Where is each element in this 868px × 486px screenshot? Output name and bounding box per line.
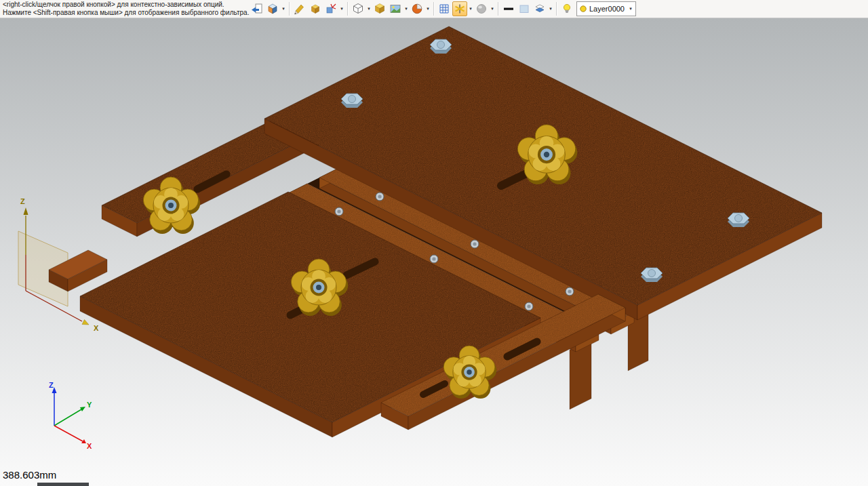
rail-screw[interactable]: [376, 193, 384, 201]
shaded-cube-small-button[interactable]: [308, 1, 323, 16]
layer-selector[interactable]: Layer0000 ▾: [576, 1, 636, 16]
wireframe-cube-icon: [352, 3, 364, 15]
pencil-icon: [294, 3, 306, 15]
toolbar-separator: [347, 2, 348, 16]
triad-x-label: X: [87, 442, 92, 450]
rail-screw[interactable]: [335, 207, 343, 216]
gray-sphere-icon: [475, 3, 488, 15]
line-thickness-icon: [502, 3, 515, 15]
render-sphere-dropdown-caret[interactable]: ▾: [490, 1, 495, 16]
sketch-z-label: Z: [20, 197, 25, 205]
rail-screw[interactable]: [471, 240, 479, 248]
triad-z-label: Z: [49, 381, 54, 389]
bottom-scrollbar-fragment[interactable]: [37, 483, 89, 486]
status-hints: <right-click/щелчок правой кнопкой> для …: [3, 1, 249, 17]
toolbar-strip: <right-click/щелчок правой кнопкой> для …: [0, 0, 868, 18]
hint-line-1: <right-click/щелчок правой кнопкой> для …: [3, 1, 249, 9]
view-toolbar: ▾ ▾: [250, 1, 636, 17]
triad-y-label: Y: [87, 401, 92, 409]
grid-icon: [438, 3, 450, 15]
toolbar-separator: [556, 2, 557, 16]
triad-x-axis: [54, 426, 83, 441]
layers-button[interactable]: [532, 1, 547, 16]
model-assembly[interactable]: [49, 26, 822, 437]
view-triad: Z Y X: [49, 381, 92, 450]
light-bulb-icon: [561, 3, 573, 15]
layers-dropdown-caret[interactable]: ▾: [548, 1, 553, 16]
display-style-dropdown-caret[interactable]: ▾: [366, 1, 372, 16]
sketch-pencil-button[interactable]: [292, 1, 307, 16]
layer-name: Layer0000: [589, 5, 626, 13]
shaded-cube-icon: [374, 3, 386, 15]
line-thickness-button[interactable]: [501, 1, 516, 16]
section-view-button[interactable]: [410, 1, 425, 16]
exit-drawing-button[interactable]: [250, 1, 264, 16]
scene-image-icon: [389, 3, 401, 15]
reference-axes-box-button[interactable]: [323, 1, 338, 16]
cad-application-window: <right-click/щелчок правой кнопкой> для …: [0, 0, 868, 486]
triad-y-axis: [54, 409, 81, 426]
layer-color-icon: [579, 5, 587, 13]
sketch-x-label: X: [94, 324, 99, 332]
grid-display-button[interactable]: [437, 1, 452, 16]
transparent-box-icon: [518, 3, 530, 15]
toolbar-separator: [433, 2, 434, 16]
layers-icon: [534, 3, 546, 15]
render-sphere-button[interactable]: [474, 1, 489, 16]
sketch-filter-button[interactable]: [452, 1, 467, 16]
hint-line-2: Нажмите <Shift-правая кнопка мыши> для о…: [3, 9, 249, 17]
rail-screw[interactable]: [430, 255, 438, 263]
section-view-dropdown-caret[interactable]: ▾: [425, 1, 431, 16]
reference-axes-box-icon: [325, 3, 337, 15]
layer-visibility-button[interactable]: [559, 1, 574, 16]
toolbar-separator: [498, 2, 498, 16]
sketch-z-arrowhead: [24, 207, 28, 215]
reference-axes-dropdown-caret[interactable]: ▾: [339, 1, 344, 16]
rail-screw[interactable]: [525, 302, 533, 310]
view-orientation-dropdown-caret[interactable]: ▾: [281, 1, 286, 16]
transparency-button[interactable]: [517, 1, 532, 16]
rail-screw[interactable]: [566, 287, 574, 296]
viewport-canvas[interactable]: Z X: [0, 0, 868, 486]
view-orientation-button[interactable]: [265, 1, 280, 16]
scene-background-button[interactable]: [388, 1, 403, 16]
shaded-cube-small-icon: [309, 3, 321, 15]
view-orientation-cube-icon: [267, 3, 279, 15]
measurement-readout: 388.603mm: [3, 469, 56, 481]
wireframe-display-button[interactable]: [351, 1, 366, 16]
exit-drawing-icon: [251, 3, 263, 15]
sketch-filter-dropdown-caret[interactable]: ▾: [468, 1, 473, 16]
shaded-display-button[interactable]: [372, 1, 387, 16]
toolbar-separator: [289, 2, 290, 16]
layer-combo-caret[interactable]: ▾: [628, 1, 633, 16]
sketch-x-arrowhead: [82, 320, 89, 325]
section-view-icon: [411, 3, 423, 15]
scene-dropdown-caret[interactable]: ▾: [403, 1, 409, 16]
sketch-filter-icon: [454, 3, 466, 15]
